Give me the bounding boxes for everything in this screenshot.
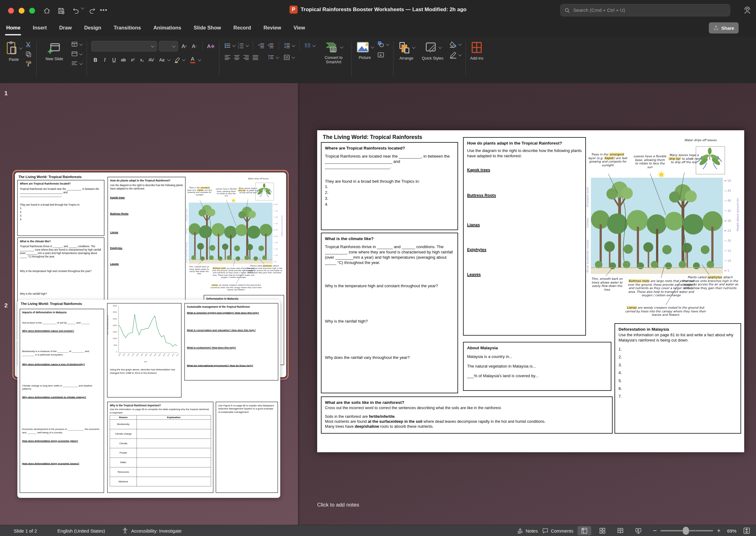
search-input[interactable] xyxy=(572,7,726,13)
picture-button[interactable]: Picture xyxy=(356,41,374,60)
graph-x-ticks: 1988199019921994199619982000200220042006… xyxy=(118,354,178,356)
language-indicator[interactable]: English (United States) xyxy=(57,528,105,533)
more-toolbar-options-button[interactable]: ••• xyxy=(100,7,108,13)
clear-formatting-button[interactable]: A xyxy=(206,42,215,51)
text-highlight-button[interactable] xyxy=(174,56,185,63)
sheet1-title: The Living World: Tropical Rainforests xyxy=(18,175,82,179)
line-spacing-button[interactable] xyxy=(283,42,295,49)
quick-styles-button[interactable]: Quick Styles xyxy=(419,41,446,60)
character-spacing-button[interactable]: AV xyxy=(147,55,155,64)
plant-label: Buttress Roots xyxy=(110,212,128,216)
worksheet-slide2: The Living World: Tropical Rainforests I… xyxy=(17,300,280,497)
undo-menu-chevron-icon[interactable] xyxy=(81,7,84,9)
bullets-button[interactable] xyxy=(224,42,235,49)
slideshow-button[interactable] xyxy=(632,526,645,535)
slide2-thumbnail[interactable]: The Living World: Tropical Rainforests I… xyxy=(17,300,280,498)
notes-icon xyxy=(517,528,523,534)
plants-box: How do plants adapt in the Tropical Rain… xyxy=(463,137,586,336)
italic-button[interactable]: I xyxy=(101,55,109,64)
tab-draw[interactable]: Draw xyxy=(59,24,72,31)
tab-home[interactable]: Home xyxy=(6,24,21,31)
notes-toggle[interactable]: Notes xyxy=(517,528,538,534)
align-right-button[interactable] xyxy=(242,54,250,61)
convert-to-smartart-button[interactable]: Convert to SmartArt xyxy=(320,41,347,64)
font-name-select[interactable] xyxy=(91,41,157,51)
main-slide[interactable]: The Living World: Tropical Rainforests W… xyxy=(317,130,744,452)
zoom-level[interactable]: 69% xyxy=(724,528,739,533)
table-row: Climate xyxy=(110,439,211,448)
dictation-headset-icon[interactable] xyxy=(743,6,752,15)
undo-button[interactable] xyxy=(72,7,80,15)
slide-layout-button[interactable] xyxy=(71,41,82,48)
align-text-button[interactable] xyxy=(283,54,294,61)
fit-slide-to-window-button[interactable] xyxy=(743,527,750,534)
increase-font-size-button[interactable]: A˄ xyxy=(180,42,189,51)
font-color-button[interactable]: A xyxy=(189,55,201,64)
plant-label: Kapok trees xyxy=(467,167,490,173)
accessibility-status[interactable]: Accessibility: Investigate xyxy=(131,528,182,533)
arrange-button[interactable]: Arrange xyxy=(398,41,415,60)
zoom-slider-knob[interactable] xyxy=(683,527,689,535)
subscript-button[interactable]: x₂ xyxy=(138,55,146,64)
text-box-button[interactable]: A xyxy=(377,51,389,58)
copy-button[interactable] xyxy=(25,50,32,57)
reset-slide-button[interactable] xyxy=(71,50,82,57)
superscript-button[interactable]: x² xyxy=(128,55,137,64)
align-left-button[interactable] xyxy=(224,54,231,61)
svg-text:3: 3 xyxy=(238,47,239,49)
search-field[interactable] xyxy=(560,4,730,17)
tab-view[interactable]: View xyxy=(293,24,306,31)
comments-toggle[interactable]: Comments xyxy=(542,528,573,534)
tab-insert[interactable]: Insert xyxy=(32,24,48,31)
font-size-select[interactable] xyxy=(159,41,178,51)
bold-button[interactable]: B xyxy=(91,55,100,64)
zoom-slider[interactable] xyxy=(660,530,713,531)
text-direction-button[interactable] xyxy=(267,54,279,61)
powerpoint-window: ••• P Tropical Rainforests Booster Works… xyxy=(0,0,756,536)
shape-fill-button[interactable] xyxy=(449,41,461,48)
tab-record[interactable]: Record xyxy=(233,24,252,31)
redo-button[interactable] xyxy=(88,7,96,15)
save-icon[interactable] xyxy=(57,7,65,15)
zoom-in-button[interactable]: + xyxy=(717,527,721,534)
tab-transitions[interactable]: Transitions xyxy=(113,24,142,31)
table-row: Biodiversity xyxy=(110,419,211,429)
strikethrough-button[interactable]: ab xyxy=(119,55,127,64)
normal-view-button[interactable] xyxy=(577,526,591,535)
justify-button[interactable] xyxy=(252,54,259,61)
tab-slideshow[interactable]: Slide Show xyxy=(193,24,222,31)
tab-animations[interactable]: Animations xyxy=(153,24,182,31)
tab-review[interactable]: Review xyxy=(263,24,282,31)
add-ins-button[interactable]: Add-ins xyxy=(470,41,483,60)
shapes-button[interactable] xyxy=(377,41,389,48)
columns-button[interactable] xyxy=(304,42,315,49)
underline-button[interactable]: U xyxy=(110,55,118,64)
increase-indent-button[interactable] xyxy=(267,42,274,49)
slide-sorter-view-button[interactable] xyxy=(596,526,609,535)
statusbar: Slide 1 of 2 English (United States) Acc… xyxy=(0,525,756,536)
numbering-button[interactable]: 123 xyxy=(237,42,249,49)
section-button[interactable] xyxy=(71,60,82,67)
zoom-window-button[interactable] xyxy=(29,8,35,14)
slide-thumbnail-pane: 1 The Living World: Tropical Rainforests… xyxy=(0,83,298,525)
minimize-window-button[interactable] xyxy=(18,8,24,14)
paste-button[interactable]: Paste xyxy=(6,41,22,67)
reading-view-button[interactable] xyxy=(614,526,627,535)
shape-outline-button[interactable] xyxy=(449,51,461,58)
zoom-out-button[interactable]: − xyxy=(653,527,657,535)
share-button[interactable]: Share xyxy=(709,22,739,34)
comments-icon xyxy=(542,528,548,534)
home-nav-icon[interactable] xyxy=(43,7,51,15)
cut-button[interactable] xyxy=(25,41,32,48)
decrease-font-size-button[interactable]: A˅ xyxy=(190,42,199,51)
format-painter-button[interactable] xyxy=(25,60,32,67)
new-slide-button[interactable]: New Slide xyxy=(41,41,68,67)
change-case-button[interactable]: Aa xyxy=(158,55,170,64)
deforestation-box: Deforestation in Malaysia Use the inform… xyxy=(614,323,741,434)
align-center-button[interactable] xyxy=(233,54,241,61)
notes-placeholder[interactable]: Click to add notes xyxy=(317,502,359,508)
plants-box: How do plants adapt in the Tropical Rain… xyxy=(107,177,185,303)
decrease-indent-button[interactable] xyxy=(258,42,265,49)
tab-design[interactable]: Design xyxy=(84,24,102,31)
close-window-button[interactable] xyxy=(8,8,14,14)
